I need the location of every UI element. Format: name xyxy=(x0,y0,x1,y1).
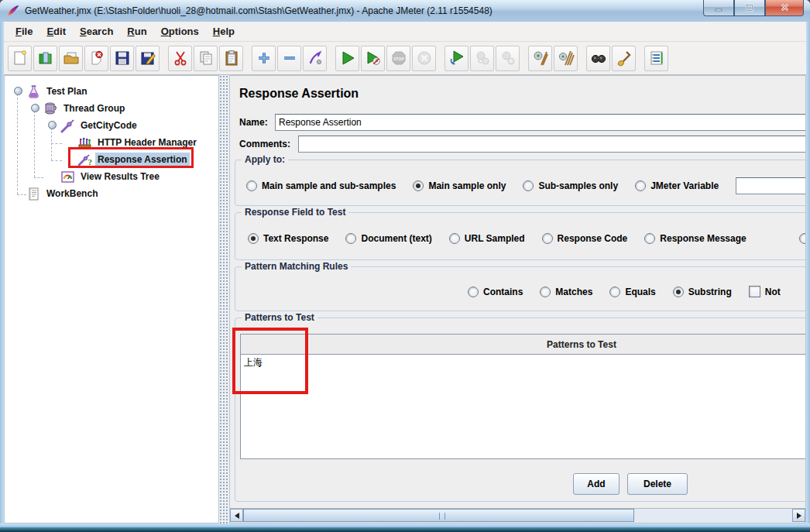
comments-label: Comments: xyxy=(239,139,290,149)
clear-button[interactable] xyxy=(528,46,552,71)
menu-edit[interactable]: Edit xyxy=(39,23,73,39)
checkbox-not[interactable]: Not xyxy=(749,286,781,297)
radio-indicator xyxy=(345,233,356,244)
remote-start-all-button[interactable] xyxy=(444,46,468,71)
workbench-icon xyxy=(26,187,41,201)
maximize-button[interactable] xyxy=(734,0,765,16)
radio-main-sample-only[interactable]: Main sample only xyxy=(413,180,506,191)
comments-input[interactable] xyxy=(298,136,806,153)
close-file-button[interactable] xyxy=(84,46,108,71)
radio-contains[interactable]: Contains xyxy=(468,287,523,297)
paste-button[interactable] xyxy=(219,46,243,71)
radio-jmeter-variable[interactable]: JMeter Variable xyxy=(635,180,719,191)
function-helper-button[interactable] xyxy=(644,46,668,71)
name-label: Name: xyxy=(239,117,268,128)
search-reset-button[interactable] xyxy=(612,46,636,71)
clear-all-button[interactable] xyxy=(554,46,578,71)
scrollbar-track[interactable] xyxy=(243,509,792,523)
radio-indicator xyxy=(246,180,257,191)
tree-handle-thread-group[interactable] xyxy=(31,104,39,112)
radio-substring[interactable]: Substring xyxy=(673,287,732,297)
pattern-rules-group: Pattern Matching Rules Contains Matches … xyxy=(235,266,806,311)
menu-run[interactable]: Run xyxy=(120,23,153,39)
save-icon xyxy=(114,50,131,67)
content-area: Test Plan Thread Group GetCityCode HTTP … xyxy=(4,75,806,523)
radio-response-message[interactable]: Response Message xyxy=(644,233,746,244)
jmeter-variable-input[interactable] xyxy=(736,177,806,194)
radio-indicator xyxy=(635,180,646,191)
scroll-right-arrow[interactable] xyxy=(792,509,805,522)
collapse-all-icon xyxy=(281,50,298,67)
radio-sub-samples-only[interactable]: Sub-samples only xyxy=(523,180,618,191)
patterns-table-cell[interactable]: 上海 xyxy=(241,355,806,458)
search-button[interactable] xyxy=(586,46,610,71)
menu-help[interactable]: Help xyxy=(206,23,242,39)
name-input[interactable] xyxy=(275,114,806,131)
tree-handle-test-plan[interactable] xyxy=(14,87,22,95)
minimize-icon xyxy=(714,3,723,12)
patterns-table-header: Patterns to Test xyxy=(241,335,806,355)
collapse-all-button[interactable] xyxy=(277,46,301,71)
radio-url-sampled[interactable]: URL Sampled xyxy=(449,233,525,244)
start-no-timers-button[interactable] xyxy=(361,46,385,71)
radio-text-response[interactable]: Text Response xyxy=(248,233,328,244)
copy-icon xyxy=(197,50,215,67)
menu-file[interactable]: File xyxy=(9,23,39,39)
radio-response-headers-partial[interactable] xyxy=(799,233,806,244)
remote-stop-all-button[interactable] xyxy=(470,46,494,71)
radio-main-sample-and-sub-samples[interactable]: Main sample and sub-samples xyxy=(246,180,396,191)
stop-button[interactable]: STOP xyxy=(386,46,410,71)
titlebar[interactable]: GetWeather.jmx (E:\StashFolder\huoli_28@… xyxy=(0,0,810,22)
save-as-button[interactable] xyxy=(136,46,160,71)
window-controls xyxy=(703,0,804,16)
expand-all-button[interactable] xyxy=(252,46,276,71)
menu-options[interactable]: Options xyxy=(154,23,206,39)
annotation-rect-response-assertion xyxy=(68,147,194,168)
open-file-button[interactable] xyxy=(59,46,83,71)
scrollbar-thumb[interactable] xyxy=(243,509,634,522)
add-button[interactable]: Add xyxy=(573,473,620,495)
radio-equals[interactable]: Equals xyxy=(609,287,655,297)
tree-item-view-results-tree[interactable]: View Results Tree xyxy=(60,168,162,185)
copy-button[interactable] xyxy=(194,46,218,71)
search-reset-icon xyxy=(616,50,633,67)
radio-response-code[interactable]: Response Code xyxy=(542,233,628,244)
patterns-table: Patterns to Test 上海 xyxy=(240,334,806,459)
radio-indicator xyxy=(523,180,534,191)
checkbox-indicator xyxy=(749,286,760,297)
radio-label: Main sample only xyxy=(428,180,506,191)
maximize-icon xyxy=(745,3,754,12)
tree-item-workbench[interactable]: WorkBench xyxy=(26,185,100,202)
delete-button[interactable]: Delete xyxy=(627,473,688,495)
scroll-left-arrow[interactable] xyxy=(230,509,243,522)
cut-button[interactable] xyxy=(168,46,192,71)
tree-item-test-plan[interactable]: Test Plan xyxy=(26,83,89,100)
close-button[interactable] xyxy=(765,0,804,16)
save-button[interactable] xyxy=(110,46,134,71)
radio-label: Response Message xyxy=(660,233,746,244)
clear-icon xyxy=(532,50,549,67)
shutdown-button[interactable] xyxy=(412,46,436,71)
menu-search[interactable]: Search xyxy=(73,23,120,39)
radio-document-text[interactable]: Document (text) xyxy=(345,233,431,244)
annotation-rect-pattern-cell xyxy=(232,328,308,394)
tree-handle-getcitycode[interactable] xyxy=(48,121,57,129)
horizontal-scrollbar[interactable] xyxy=(230,508,805,523)
test-plan-icon xyxy=(26,84,41,99)
split-pane-divider[interactable] xyxy=(219,75,229,523)
start-button[interactable] xyxy=(335,46,359,71)
remote-shutdown-all-button[interactable] xyxy=(496,46,520,71)
close-icon xyxy=(780,2,790,12)
window-border-left xyxy=(0,22,4,523)
new-file-button[interactable] xyxy=(8,46,32,71)
patterns-group: Patterns to Test Patterns to Test 上海 Add… xyxy=(235,317,806,502)
radio-indicator xyxy=(413,180,424,191)
radio-matches[interactable]: Matches xyxy=(540,287,592,297)
radio-label: Text Response xyxy=(263,233,328,244)
tree-item-getcitycode[interactable]: GetCityCode xyxy=(60,117,139,134)
tree-item-thread-group[interactable]: Thread Group xyxy=(43,100,127,117)
templates-button[interactable] xyxy=(33,46,57,71)
toggle-button[interactable] xyxy=(303,46,327,71)
jmeter-window: GetWeather.jmx (E:\StashFolder\huoli_28@… xyxy=(0,0,810,532)
minimize-button[interactable] xyxy=(703,0,734,16)
